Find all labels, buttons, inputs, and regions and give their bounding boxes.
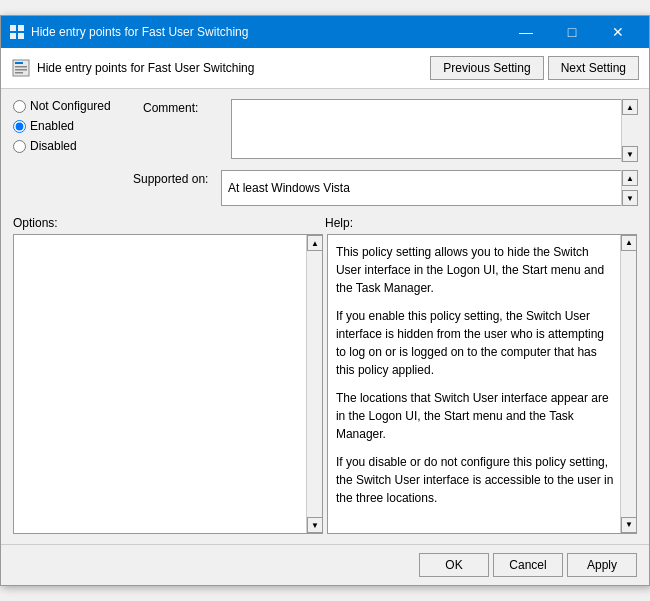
next-setting-button[interactable]: Next Setting: [548, 56, 639, 80]
main-content: Not Configured Enabled Disabled Comment:…: [1, 89, 649, 544]
svg-rect-1: [18, 25, 24, 31]
options-header: Options:: [13, 216, 325, 230]
content-header: Hide entry points for Fast User Switchin…: [1, 48, 649, 89]
options-panel-scrollbar: ▲ ▼: [306, 235, 322, 533]
options-scroll-down[interactable]: ▼: [307, 517, 323, 533]
comment-wrapper: ▲ ▼: [231, 99, 637, 162]
minimize-button[interactable]: —: [503, 16, 549, 48]
disabled-label: Disabled: [30, 139, 77, 153]
section-headers: Options: Help:: [13, 216, 637, 230]
comment-row: Comment: ▲ ▼: [143, 99, 637, 162]
options-scroll-up[interactable]: ▲: [307, 235, 323, 251]
header-buttons: Previous Setting Next Setting: [430, 56, 639, 80]
previous-setting-button[interactable]: Previous Setting: [430, 56, 543, 80]
svg-rect-2: [10, 33, 16, 39]
supported-scroll-down[interactable]: ▼: [622, 190, 638, 206]
help-text: This policy setting allows you to hide t…: [336, 243, 616, 507]
header-title: Hide entry points for Fast User Switchin…: [37, 61, 254, 75]
policy-icon: [11, 58, 31, 78]
help-paragraph-3: The locations that Switch User interface…: [336, 389, 616, 443]
cancel-button[interactable]: Cancel: [493, 553, 563, 577]
supported-row: Supported on: At least Windows Vista ▲ ▼: [133, 170, 637, 206]
svg-rect-7: [15, 69, 27, 71]
not-configured-option[interactable]: Not Configured: [13, 99, 133, 113]
window-icon: [9, 24, 25, 40]
help-scroll-track: [621, 251, 636, 517]
svg-rect-5: [15, 62, 23, 64]
comment-label: Comment:: [143, 99, 223, 115]
scroll-down-arrow[interactable]: ▼: [622, 146, 638, 162]
title-bar-text: Hide entry points for Fast User Switchin…: [31, 25, 248, 39]
help-paragraph-4: If you disable or do not configure this …: [336, 453, 616, 507]
enabled-option[interactable]: Enabled: [13, 119, 133, 133]
supported-scrollbar: ▲ ▼: [621, 170, 637, 206]
disabled-radio[interactable]: [13, 140, 26, 153]
supported-value: At least Windows Vista: [228, 181, 620, 195]
help-scroll-up[interactable]: ▲: [621, 235, 637, 251]
options-panel: ▲ ▼: [13, 234, 323, 534]
svg-rect-6: [15, 66, 27, 68]
options-scroll-track: [307, 251, 322, 517]
supported-wrapper: At least Windows Vista ▲ ▼: [221, 170, 637, 206]
radio-group: Not Configured Enabled Disabled: [13, 99, 133, 153]
main-window: Hide entry points for Fast User Switchin…: [0, 15, 650, 586]
maximize-button[interactable]: □: [549, 16, 595, 48]
help-paragraph-1: This policy setting allows you to hide t…: [336, 243, 616, 297]
right-section: Comment: ▲ ▼ Supported on: At least Wind…: [133, 99, 637, 206]
panels-row: ▲ ▼ This policy setting allows you to hi…: [13, 234, 637, 534]
help-panel: This policy setting allows you to hide t…: [327, 234, 637, 534]
comment-textarea[interactable]: [231, 99, 637, 159]
not-configured-label: Not Configured: [30, 99, 111, 113]
footer: OK Cancel Apply: [1, 544, 649, 585]
scroll-track: [622, 115, 637, 146]
content-header-left: Hide entry points for Fast User Switchin…: [11, 58, 254, 78]
scroll-up-arrow[interactable]: ▲: [622, 99, 638, 115]
title-bar: Hide entry points for Fast User Switchin…: [1, 16, 649, 48]
enabled-label: Enabled: [30, 119, 74, 133]
title-bar-controls: — □ ✕: [503, 16, 641, 48]
svg-rect-0: [10, 25, 16, 31]
close-button[interactable]: ✕: [595, 16, 641, 48]
apply-button[interactable]: Apply: [567, 553, 637, 577]
disabled-option[interactable]: Disabled: [13, 139, 133, 153]
ok-button[interactable]: OK: [419, 553, 489, 577]
supported-label: Supported on:: [133, 170, 213, 186]
help-panel-scrollbar: ▲ ▼: [620, 235, 636, 533]
options-label: Options:: [13, 216, 58, 230]
supported-scroll-up[interactable]: ▲: [622, 170, 638, 186]
title-bar-left: Hide entry points for Fast User Switchin…: [9, 24, 248, 40]
supported-box: At least Windows Vista: [221, 170, 637, 206]
svg-rect-3: [18, 33, 24, 39]
help-label: Help:: [325, 216, 353, 230]
svg-rect-8: [15, 72, 23, 74]
comment-scrollbar: ▲ ▼: [621, 99, 637, 162]
not-configured-radio[interactable]: [13, 100, 26, 113]
help-paragraph-2: If you enable this policy setting, the S…: [336, 307, 616, 379]
enabled-radio[interactable]: [13, 120, 26, 133]
help-header: Help:: [325, 216, 637, 230]
help-scroll-down[interactable]: ▼: [621, 517, 637, 533]
